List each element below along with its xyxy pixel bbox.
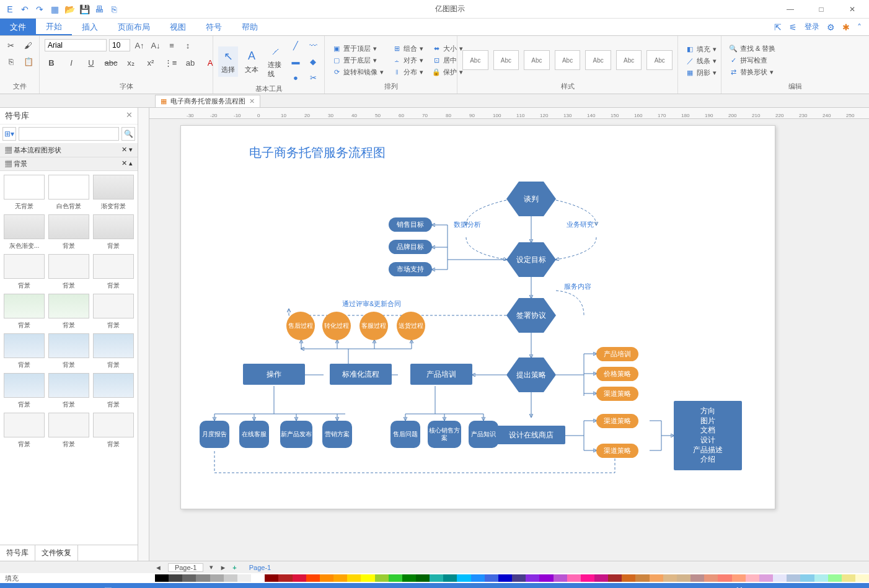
next-page-icon[interactable]: ► <box>219 564 226 571</box>
sidebar-tab-library[interactable]: 符号库 <box>0 545 35 561</box>
curve-shape-icon[interactable]: 〰 <box>306 38 320 52</box>
bold-icon[interactable]: B <box>45 56 58 69</box>
sidebar-close-icon[interactable]: ✕ <box>126 110 133 121</box>
close-button[interactable]: ✕ <box>843 5 862 14</box>
bg-item[interactable]: 背景 <box>48 413 89 449</box>
align-left-icon[interactable]: ≡ <box>165 38 179 52</box>
maximize-button[interactable]: □ <box>812 5 831 14</box>
bring-front-button[interactable]: ▣置于顶层 ▾ <box>330 43 386 54</box>
search-icon[interactable]: 🔍 <box>121 127 135 141</box>
node-delivery-proc[interactable]: 送货过程 <box>397 312 425 340</box>
bg-item[interactable]: 背景 <box>93 333 134 369</box>
shadow-button[interactable]: ▦阴影 ▾ <box>683 68 719 78</box>
node-product-training-pill[interactable]: 产品培训 <box>596 347 638 361</box>
subscript-icon[interactable]: x₂ <box>124 56 138 69</box>
bg-item[interactable]: 背景 <box>48 214 89 250</box>
font-name-input[interactable] <box>45 39 107 51</box>
node-new-product[interactable]: 新产品发布 <box>280 421 312 448</box>
style-preset-1[interactable]: Abc <box>462 50 488 70</box>
node-set-goals[interactable]: 设定目标 <box>506 242 556 277</box>
node-propose-strategy[interactable]: 提出策略 <box>506 358 556 392</box>
replace-shape-button[interactable]: ⇄替换形状 ▾ <box>726 67 778 77</box>
node-aftersale-proc[interactable]: 售后过程 <box>286 312 315 340</box>
tab-insert[interactable]: 插入 <box>72 19 108 35</box>
copy-icon[interactable]: ⎘ <box>4 55 18 68</box>
node-sign-agreement[interactable]: 签署协议 <box>506 298 556 333</box>
superscript-icon[interactable]: x² <box>144 56 157 69</box>
bg-item[interactable]: 背景 <box>4 294 45 330</box>
spell-check-button[interactable]: ✓拼写检查 <box>726 55 778 66</box>
redo-icon[interactable]: ↷ <box>35 4 45 14</box>
bg-item[interactable]: 背景 <box>48 373 89 409</box>
undo-icon[interactable]: ↶ <box>20 4 30 14</box>
highlight-icon[interactable]: ab <box>183 56 197 69</box>
page-tab[interactable]: Page-1 <box>168 563 203 572</box>
bg-item[interactable]: 背景 <box>4 373 45 409</box>
node-aftersale-q[interactable]: 售后问题 <box>390 421 420 448</box>
node-online-cs[interactable]: 在线客服 <box>239 421 269 448</box>
style-preset-5[interactable]: Abc <box>585 50 611 70</box>
increase-font-icon[interactable]: A↑ <box>133 38 146 52</box>
sidebar-category-background[interactable]: ▦ 背景✕ ▴ <box>0 157 138 171</box>
node-market-support[interactable]: 市场支持 <box>389 262 432 276</box>
tab-file[interactable]: 文件 <box>0 19 36 35</box>
node-channel-strategy[interactable]: 渠道策略 <box>596 387 638 401</box>
close-doc-icon[interactable]: ✕ <box>249 97 255 105</box>
connector-tool-button[interactable]: ⟋连接线 <box>265 42 285 81</box>
login-link[interactable]: 登录 <box>805 22 819 32</box>
line-button[interactable]: ／线条 ▾ <box>683 56 719 66</box>
node-direction-block[interactable]: 方向 图片 文档 设计 产品描述 介绍 <box>674 401 742 470</box>
align-button[interactable]: ⫠对齐 ▾ <box>390 55 426 66</box>
rect-shape-icon[interactable]: ▬ <box>289 55 302 68</box>
drawing-page[interactable]: 电子商务托管服务流程图 <box>180 125 775 509</box>
node-price-strategy[interactable]: 价格策略 <box>596 367 638 381</box>
style-preset-2[interactable]: Abc <box>493 50 519 70</box>
node-core-sales[interactable]: 核心销售方案 <box>428 421 461 448</box>
new-icon[interactable]: ▦ <box>50 4 60 14</box>
sidebar-tab-recovery[interactable]: 文件恢复 <box>35 545 78 561</box>
italic-icon[interactable]: I <box>64 56 78 69</box>
node-brand-target[interactable]: 品牌目标 <box>389 240 432 254</box>
group-button[interactable]: ⊞组合 ▾ <box>390 43 426 54</box>
fill-button[interactable]: ◧填充 ▾ <box>683 44 719 55</box>
style-preset-7[interactable]: Abc <box>646 50 673 70</box>
bg-item[interactable]: 背景 <box>93 294 134 330</box>
share-out-icon[interactable]: ⇱ <box>774 22 782 32</box>
print-icon[interactable]: 🖶 <box>94 4 104 14</box>
crop-icon[interactable]: ✂ <box>306 71 320 84</box>
document-tab[interactable]: ▦ 电子商务托管服务流程图 ✕ <box>155 95 260 107</box>
node-channel-strategy-3[interactable]: 渠道策略 <box>596 444 638 458</box>
node-operation[interactable]: 操作 <box>243 364 305 385</box>
cut-icon[interactable]: ✂ <box>4 38 18 52</box>
share-icon[interactable]: ⚟ <box>789 22 797 32</box>
rotate-button[interactable]: ⟳旋转和镜像 ▾ <box>330 67 386 77</box>
tab-page-layout[interactable]: 页面布局 <box>108 19 160 35</box>
node-design-store[interactable]: 设计在线商店 <box>497 426 565 444</box>
style-preset-4[interactable]: Abc <box>555 50 581 70</box>
bullets-icon[interactable]: ⋮≡ <box>164 56 177 69</box>
font-size-input[interactable] <box>109 39 130 51</box>
node-standard-flow[interactable]: 标准化流程 <box>330 364 392 385</box>
bg-item[interactable]: 背景 <box>4 413 45 449</box>
node-marketing[interactable]: 营销方案 <box>322 421 352 448</box>
line-shape-icon[interactable]: ╱ <box>289 38 302 52</box>
category-dropdown[interactable]: ⊞▾ <box>2 127 16 141</box>
add-page-icon[interactable]: + <box>232 564 236 571</box>
node-negotiate[interactable]: 谈判 <box>506 182 556 216</box>
node-product-train[interactable]: 产品培训 <box>410 364 472 385</box>
tab-symbol[interactable]: 符号 <box>196 19 232 35</box>
collapse-ribbon-icon[interactable]: ˄ <box>857 22 862 32</box>
open-icon[interactable]: 📂 <box>64 4 74 14</box>
text-tool-button[interactable]: A文本 <box>242 46 262 77</box>
distribute-button[interactable]: ⫴分布 ▾ <box>390 67 426 77</box>
decrease-font-icon[interactable]: A↓ <box>149 38 162 52</box>
tab-view[interactable]: 视图 <box>160 19 196 35</box>
bg-item[interactable]: 背景 <box>48 254 89 290</box>
bg-item[interactable]: 背景 <box>93 254 134 290</box>
line-spacing-icon[interactable]: ↕ <box>181 38 195 52</box>
node-cs-proc[interactable]: 客服过程 <box>360 312 388 340</box>
diamond-shape-icon[interactable]: ◆ <box>306 55 320 68</box>
underline-icon[interactable]: U <box>84 56 98 69</box>
bg-item[interactable]: 灰色渐变... <box>4 214 45 250</box>
node-channel-strategy-2[interactable]: 渠道策略 <box>596 414 638 428</box>
